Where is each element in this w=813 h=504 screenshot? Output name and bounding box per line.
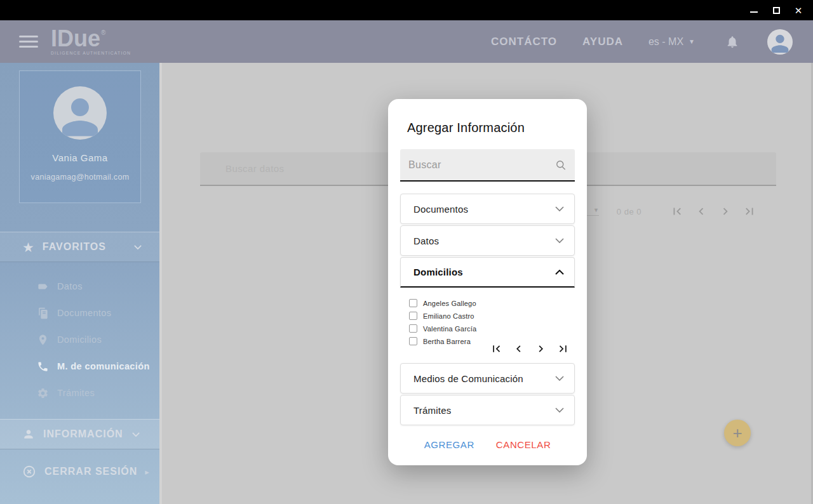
dialog-actions: AGREGAR CANCELAR xyxy=(400,439,575,450)
notifications-bell-icon[interactable] xyxy=(725,35,739,49)
language-selector[interactable]: es - MX ▼ xyxy=(648,36,695,48)
profile-avatar xyxy=(53,86,107,140)
caret-down-icon: ▼ xyxy=(593,207,599,213)
add-button[interactable]: + xyxy=(724,420,751,446)
option-label: Valentina García xyxy=(423,325,476,333)
accordion-datos[interactable]: Datos xyxy=(400,225,575,256)
close-icon: ✕ xyxy=(795,6,803,15)
agregar-button[interactable]: AGREGAR xyxy=(424,439,474,450)
next-page-button[interactable] xyxy=(718,204,733,219)
next-page-button[interactable] xyxy=(534,342,548,355)
profile-card: Vania Gama vaniagamag@hotmail.com xyxy=(19,70,141,203)
sidebar-item-domicilios[interactable]: Domicilios xyxy=(0,326,159,353)
sidebar-item-tramites[interactable]: Trámites xyxy=(0,380,159,406)
checkbox-emiliano-castro[interactable] xyxy=(409,312,417,320)
accordion-label: Trámites xyxy=(413,405,451,416)
app-logo[interactable]: IDue® DILIGENCE AUTHENTICATION xyxy=(51,27,131,56)
informacion-label: INFORMACIÓN xyxy=(43,428,123,440)
maximize-icon xyxy=(773,7,780,14)
sidebar-item-datos[interactable]: Datos xyxy=(0,273,159,300)
option-label: Bertha Barrera xyxy=(423,338,471,345)
minimize-button[interactable] xyxy=(749,6,758,15)
checkbox-bertha-barrera[interactable] xyxy=(409,337,417,345)
logout-circle-icon xyxy=(22,465,36,479)
accordion-label: Medios de Comunicación xyxy=(413,373,523,384)
agregar-informacion-dialog: Agregar Información Documentos Datos xyxy=(388,99,587,465)
first-page-button[interactable] xyxy=(669,204,685,219)
accordion-tramites[interactable]: Trámites xyxy=(400,395,575,425)
checkbox-angeles-gallego[interactable] xyxy=(409,299,417,307)
dialog-title: Agregar Información xyxy=(407,121,575,135)
sidebar: Vania Gama vaniagamag@hotmail.com ★ FAVO… xyxy=(0,63,162,504)
app-window: ✕ IDue® DILIGENCE AUTHENTICATION CONTÁCT… xyxy=(0,0,813,504)
favoritos-label: FAVORITOS xyxy=(43,241,106,253)
plus-icon: + xyxy=(732,425,742,441)
option-row: Valentina García xyxy=(409,322,575,335)
first-page-button[interactable] xyxy=(489,342,503,355)
accordion-label: Documentos xyxy=(413,204,468,215)
registered-mark: ® xyxy=(101,29,105,36)
app-header: IDue® DILIGENCE AUTHENTICATION CONTÁCTO … xyxy=(0,20,813,63)
page-range-label: 0 de 0 xyxy=(617,207,642,216)
user-avatar[interactable] xyxy=(767,29,793,55)
documents-icon xyxy=(37,307,51,319)
maximize-button[interactable] xyxy=(772,6,781,15)
chevron-down-icon xyxy=(555,376,564,381)
previous-page-button[interactable] xyxy=(694,204,709,219)
chevron-down-icon xyxy=(134,245,142,249)
header-nav: CONTÁCTO AYUDA es - MX ▼ xyxy=(491,29,793,55)
sidebar-item-documentos[interactable]: Documentos xyxy=(0,300,159,326)
profile-email: vaniagamag@hotmail.com xyxy=(31,173,130,182)
chevron-down-icon xyxy=(555,408,564,413)
menu-icon[interactable] xyxy=(19,36,38,48)
checkbox-valentina-garcia[interactable] xyxy=(409,324,417,333)
sidebar-item-label: Documentos xyxy=(57,308,111,318)
logo-tagline: DILIGENCE AUTHENTICATION xyxy=(51,51,131,56)
dialog-search-bar xyxy=(400,149,575,182)
gear-icon xyxy=(37,387,51,399)
caret-down-icon: ▼ xyxy=(689,38,695,45)
sidebar-item-medios-comunicacion[interactable]: M. de comunicación xyxy=(0,353,159,380)
favorites-menu: Datos Documentos Domicilios M. de comuni… xyxy=(0,273,159,406)
nav-help[interactable]: AYUDA xyxy=(582,36,623,48)
option-label: Emiliano Castro xyxy=(423,312,474,320)
content-pagination: ▼ 0 de 0 xyxy=(570,202,757,221)
option-row: Emiliano Castro xyxy=(409,310,575,322)
domicilios-options: Angeles Gallego Emiliano Castro Valentin… xyxy=(400,289,575,347)
sidebar-item-label: Trámites xyxy=(57,388,95,398)
person-icon xyxy=(22,428,35,441)
chevron-up-icon xyxy=(555,270,564,275)
location-pin-icon xyxy=(37,333,51,346)
logo-text: IDue xyxy=(51,25,100,51)
chevron-down-icon xyxy=(132,432,140,437)
accordion-domicilios[interactable]: Domicilios xyxy=(400,257,575,288)
accordion-label: Datos xyxy=(413,235,439,246)
cancelar-button[interactable]: CANCELAR xyxy=(496,439,551,450)
accordion-medios-comunicacion[interactable]: Medios de Comunicación xyxy=(400,363,575,394)
last-page-button[interactable] xyxy=(742,204,757,219)
nav-contact[interactable]: CONTÁCTO xyxy=(491,36,557,48)
chevron-down-icon xyxy=(555,206,564,211)
sidebar-item-label: Datos xyxy=(57,281,83,291)
accordion-label: Domicilios xyxy=(413,267,463,277)
phone-icon xyxy=(37,360,51,373)
sidebar-section-favoritos[interactable]: ★ FAVORITOS xyxy=(0,232,159,262)
option-row: Angeles Gallego xyxy=(409,297,575,309)
sidebar-section-informacion[interactable]: INFORMACIÓN xyxy=(0,419,159,449)
close-button[interactable]: ✕ xyxy=(794,6,803,15)
minimize-icon xyxy=(750,11,758,13)
logout-label: CERRAR SESIÓN xyxy=(44,466,137,477)
accordion-list: Documentos Datos Domicilios xyxy=(400,194,575,425)
previous-page-button[interactable] xyxy=(511,342,525,355)
logout-button[interactable]: CERRAR SESIÓN ▸ xyxy=(0,456,159,487)
tag-icon xyxy=(37,280,51,293)
chevron-down-icon xyxy=(555,238,564,243)
last-page-button[interactable] xyxy=(556,342,570,355)
sidebar-item-label: M. de comunicación xyxy=(57,361,150,371)
sidebar-item-label: Domicilios xyxy=(57,335,102,345)
search-icon xyxy=(554,159,567,171)
accordion-documentos[interactable]: Documentos xyxy=(400,194,575,224)
dialog-search-input[interactable] xyxy=(400,149,575,180)
star-icon: ★ xyxy=(22,241,34,254)
profile-name: Vania Gama xyxy=(52,152,107,163)
